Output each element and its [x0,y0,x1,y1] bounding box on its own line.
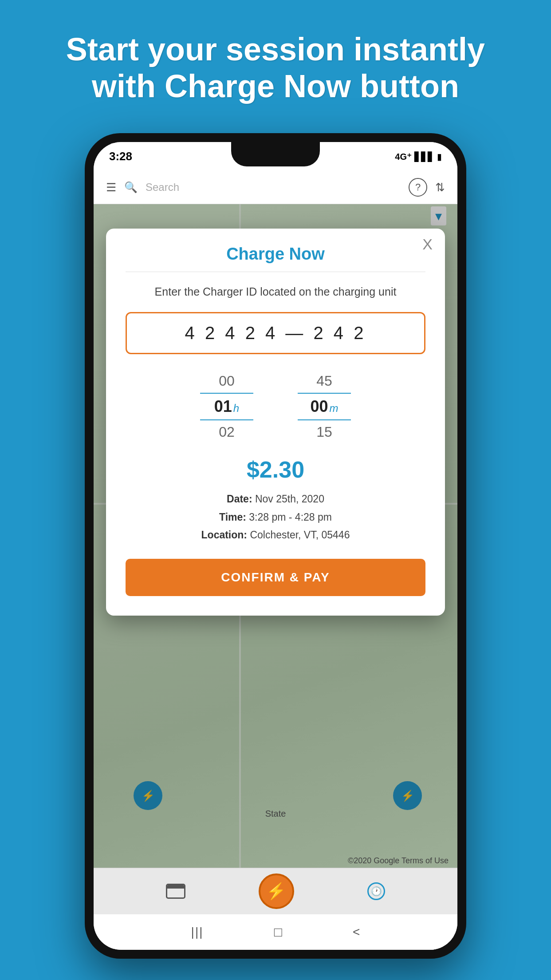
hours-selected-row: 01 h [200,394,253,420]
modal-title: Charge Now [126,245,425,264]
android-home-button[interactable]: □ [274,925,282,940]
price-display: $2.30 [126,456,425,483]
status-time: 3:28 [109,150,132,163]
modal-close-button[interactable]: X [422,237,433,252]
date-row: Date: Nov 25th, 2020 [126,490,425,508]
location-label: Location: [201,529,250,541]
nav-history[interactable]: 🕐 [367,882,385,900]
bottom-nav: ⚡ 🕐 ||| □ < [94,868,457,950]
charger-id-value[interactable]: 4 2 4 2 4 — 2 4 2 [185,323,366,343]
charge-button-nav[interactable]: ⚡ [259,873,294,909]
filter-icon[interactable]: ⇅ [435,181,445,194]
minutes-below: 15 [298,420,351,444]
time-label: Time: [219,511,249,523]
help-button[interactable]: ? [409,178,427,197]
hamburger-icon[interactable]: ☰ [106,181,116,194]
nav-card[interactable] [166,884,185,899]
status-icons: 4G⁺ ▋▋▋ ▮ [395,151,442,162]
notch [231,142,320,166]
android-back-button[interactable]: < [353,925,360,939]
modal-dialog: X Charge Now Enter the Charger ID locate… [106,229,445,616]
history-icon: 🕐 [367,882,385,900]
minutes-above: 45 [298,369,351,394]
time-row: Time: 3:28 pm - 4:28 pm [126,508,425,526]
hours-above: 00 [200,369,253,394]
phone-frame: 3:28 4G⁺ ▋▋▋ ▮ ☰ 🔍 Search ? ⇅ ▾ [85,133,466,959]
time-value: 3:28 pm - 4:28 pm [249,511,332,523]
location-row: Location: Colchester, VT, 05446 [126,526,425,544]
location-value: Colchester, VT, 05446 [250,529,350,541]
header-section: Start your session instantly with Charge… [0,0,551,122]
network-icon: 4G⁺ [395,151,412,162]
card-icon [166,884,185,899]
minutes-unit: m [330,402,338,415]
modal-description: Enter the Charger ID located on the char… [126,284,425,300]
minutes-value: 00 [310,397,328,416]
lightning-icon: ⚡ [266,882,286,901]
time-picker: 00 01 h 02 45 00 m 15 [126,369,425,444]
charger-id-input[interactable]: 4 2 4 2 4 — 2 4 2 [126,312,425,354]
signal-icon: ▋▋▋ [414,151,434,162]
battery-icon: ▮ [437,151,442,162]
nav-icons-bar: ⚡ 🕐 [94,868,457,914]
modal-divider [126,272,425,272]
hours-below: 02 [200,420,253,444]
hours-column[interactable]: 00 01 h 02 [200,369,253,444]
hours-unit: h [233,402,239,415]
phone-screen: 3:28 4G⁺ ▋▋▋ ▮ ☰ 🔍 Search ? ⇅ ▾ [94,142,457,950]
date-label: Date: [227,493,255,505]
android-nav-bar: ||| □ < [94,914,457,950]
minutes-selected-row: 00 m [298,394,351,420]
search-icon: 🔍 [124,181,138,194]
date-value: Nov 25th, 2020 [255,493,324,505]
nav-charge[interactable]: ⚡ [259,873,294,909]
search-placeholder[interactable]: Search [146,181,401,194]
app-bar: ☰ 🔍 Search ? ⇅ [94,171,457,204]
header-title: Start your session instantly with Charge… [44,31,507,105]
session-details: Date: Nov 25th, 2020 Time: 3:28 pm - 4:2… [126,490,425,544]
minutes-column[interactable]: 45 00 m 15 [298,369,351,444]
confirm-pay-button[interactable]: CONFIRM & PAY [126,559,425,596]
android-menu-button[interactable]: ||| [191,925,204,939]
hours-value: 01 [214,397,232,416]
